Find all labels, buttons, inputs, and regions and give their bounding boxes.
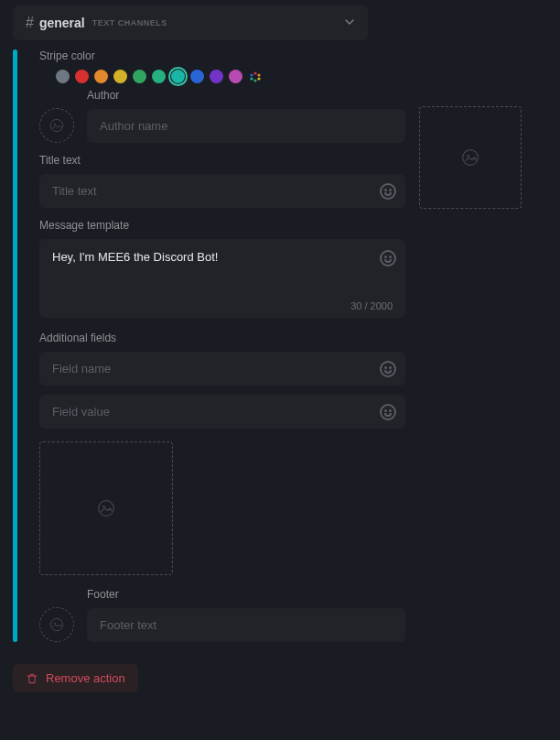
image-icon <box>461 148 479 167</box>
svg-point-0 <box>253 71 256 74</box>
color-swatch[interactable] <box>229 70 242 83</box>
footer-text-input[interactable] <box>87 608 405 642</box>
title-text-label: Title text <box>39 154 405 167</box>
author-avatar-upload[interactable] <box>39 108 74 143</box>
svg-point-9 <box>102 506 105 508</box>
remove-action-label: Remove action <box>46 671 125 685</box>
color-swatch[interactable] <box>210 70 223 83</box>
svg-point-2 <box>257 77 260 80</box>
emoji-picker-icon[interactable] <box>380 250 396 267</box>
svg-point-4 <box>250 77 253 80</box>
additional-fields-label: Additional fields <box>39 332 405 344</box>
image-icon <box>97 499 115 517</box>
emoji-picker-icon[interactable] <box>380 183 396 200</box>
svg-point-8 <box>99 501 114 517</box>
remove-action-button[interactable]: Remove action <box>13 664 138 692</box>
author-label: Author <box>87 89 405 102</box>
emoji-picker-icon[interactable] <box>380 361 396 377</box>
svg-point-6 <box>50 119 62 131</box>
color-swatch[interactable] <box>133 70 146 83</box>
color-swatch[interactable] <box>94 70 108 83</box>
color-swatch[interactable] <box>113 70 127 83</box>
chevron-down-icon <box>344 16 355 30</box>
field-value-input[interactable] <box>39 395 405 429</box>
svg-point-1 <box>257 73 260 76</box>
color-swatch[interactable] <box>152 70 166 83</box>
image-icon <box>49 118 64 133</box>
char-count: 30 / 2000 <box>350 300 393 311</box>
channel-selector[interactable]: # general TEXT CHANNELS <box>13 5 368 40</box>
stripe-color-picker <box>39 70 405 83</box>
emoji-picker-icon[interactable] <box>380 404 396 420</box>
footer-label: Footer <box>87 588 405 601</box>
channel-name: general <box>39 16 85 30</box>
svg-point-3 <box>253 79 256 82</box>
color-swatch[interactable] <box>75 70 89 83</box>
stripe-color-bar <box>13 49 17 642</box>
svg-point-5 <box>250 73 253 76</box>
stripe-color-label: Stripe color <box>39 49 405 62</box>
hash-icon: # <box>26 15 34 31</box>
svg-point-11 <box>54 623 56 625</box>
svg-point-7 <box>54 124 56 125</box>
image-icon <box>49 617 64 632</box>
thumbnail-upload[interactable] <box>419 106 522 209</box>
field-name-input[interactable] <box>39 352 405 386</box>
svg-point-13 <box>467 155 469 158</box>
trash-icon <box>26 672 38 685</box>
title-text-input[interactable] <box>39 174 405 208</box>
message-template-label: Message template <box>39 219 405 232</box>
image-upload[interactable] <box>39 441 173 575</box>
svg-point-12 <box>463 150 479 166</box>
svg-point-10 <box>50 618 62 630</box>
channel-category: TEXT CHANNELS <box>92 18 167 27</box>
color-swatch[interactable] <box>171 70 185 83</box>
color-swatch[interactable] <box>56 70 70 83</box>
footer-icon-upload[interactable] <box>39 607 74 642</box>
color-swatch[interactable] <box>190 70 204 83</box>
add-color-icon[interactable] <box>248 70 262 83</box>
author-name-input[interactable] <box>87 109 405 143</box>
